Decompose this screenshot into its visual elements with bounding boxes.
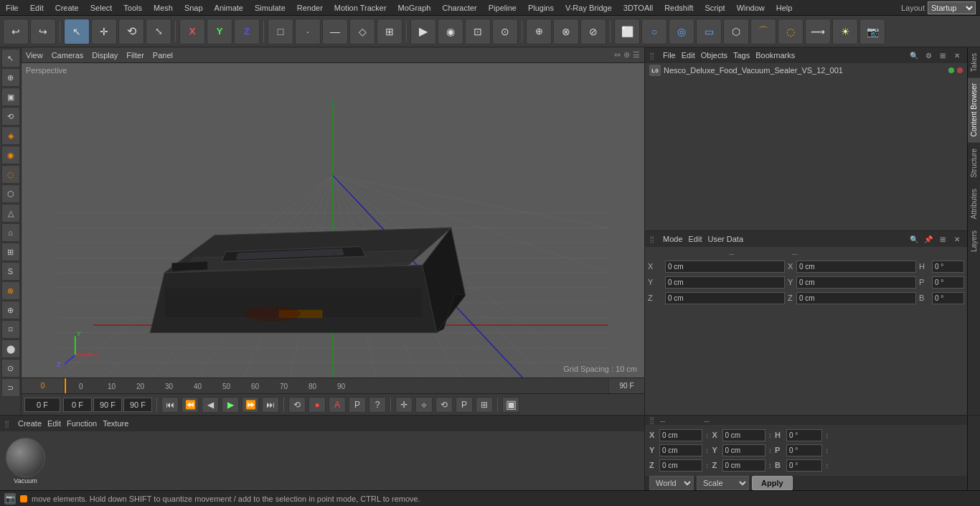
menu-file[interactable]: File [0, 2, 24, 14]
om-close-icon[interactable]: ✕ [951, 50, 963, 61]
sidebar-tool-1[interactable]: ↖ [1, 49, 20, 67]
sequence-button[interactable]: ▣ [502, 397, 519, 413]
coords-p-input[interactable] [786, 444, 822, 456]
point-mode-button[interactable]: · [295, 19, 321, 44]
attr-y-input[interactable] [665, 276, 785, 289]
vtab-attributes[interactable]: Attributes [968, 183, 980, 225]
move-playback-button[interactable]: ✛ [395, 397, 413, 413]
coords-z-size-input[interactable] [722, 459, 765, 472]
polygon-tool-button[interactable]: ⬡ [723, 19, 749, 44]
apply-button[interactable]: Apply [752, 476, 793, 490]
coords-h-input[interactable] [786, 429, 822, 441]
attr-menu-edit[interactable]: Edit [689, 235, 702, 243]
sidebar-tool-11[interactable]: ⊞ [1, 243, 20, 261]
vtab-takes[interactable]: Takes [968, 47, 980, 78]
sidebar-tool-12[interactable]: S [1, 262, 20, 281]
cursor-tool-button[interactable]: ↖ [64, 19, 90, 44]
menu-character[interactable]: Character [436, 2, 482, 14]
spline-tool-button[interactable]: ⌒ [750, 19, 776, 44]
step-forward-button[interactable]: ⏩ [242, 397, 259, 413]
menu-motion-tracker[interactable]: Motion Tracker [329, 2, 392, 14]
attr-p-input[interactable] [932, 276, 964, 289]
play-button[interactable]: ▶ [222, 397, 239, 413]
poly-mode-button[interactable]: ◇ [349, 19, 375, 44]
timeline-ruler[interactable]: 0 0 10 20 30 40 50 60 70 80 90 90 F [22, 378, 644, 393]
menu-select[interactable]: Select [85, 2, 118, 14]
sidebar-tool-2[interactable]: ⊕ [1, 68, 20, 87]
light-tool-button[interactable]: ☀ [832, 19, 858, 44]
menu-animate[interactable]: Animate [209, 2, 249, 14]
loop-button[interactable]: ⟲ [288, 397, 306, 413]
coords-b-input[interactable] [786, 459, 822, 472]
coords-z-pos-input[interactable] [659, 459, 702, 472]
viewport-menu-view[interactable]: View [26, 51, 43, 60]
sphere-primitive-button[interactable]: ○ [641, 19, 667, 44]
uv-mode-button[interactable]: ⊞ [377, 19, 402, 44]
rotate-tool-button[interactable]: ⟲ [118, 19, 144, 44]
attr-menu-userdata[interactable]: User Data [708, 235, 744, 243]
undo-button[interactable]: ↩ [3, 19, 29, 44]
render-view-button[interactable]: ▶ [410, 19, 436, 44]
world-select[interactable]: World Object Local [649, 476, 694, 490]
sidebar-tool-18[interactable]: ⊃ [1, 378, 20, 397]
sidebar-tool-9[interactable]: △ [1, 204, 20, 222]
sidebar-tool-16[interactable]: ⬤ [1, 339, 20, 358]
preview-end-input[interactable] [93, 398, 122, 412]
attr-b-input[interactable] [932, 292, 964, 304]
om-menu-tags[interactable]: Tags [733, 51, 750, 60]
sidebar-tool-15[interactable]: ⌑ [1, 320, 20, 339]
cube-primitive-button[interactable]: ⬜ [614, 19, 640, 44]
viewport-arrows-icon[interactable]: ⊕ [623, 50, 630, 60]
render-all-button[interactable]: ⊡ [465, 19, 491, 44]
play-back-button[interactable]: ◀ [202, 397, 219, 413]
cylinder-primitive-button[interactable]: ◎ [669, 19, 694, 44]
render-settings-button[interactable]: ⊙ [492, 19, 518, 44]
axis-y-button[interactable]: Y [207, 19, 232, 44]
om-menu-file[interactable]: File [663, 51, 676, 60]
menu-vray[interactable]: V-Ray Bridge [560, 2, 618, 14]
viewport-menu-icon[interactable]: ☰ [633, 50, 640, 60]
axis-z-button[interactable]: Z [234, 19, 260, 44]
mat-menu-texture[interactable]: Texture [103, 419, 128, 428]
menu-render[interactable]: Render [291, 2, 329, 14]
help-button[interactable]: ? [369, 397, 386, 413]
attr-close-icon[interactable]: ✕ [951, 233, 963, 245]
snap-2d-button[interactable]: ⊗ [553, 19, 579, 44]
scale-tool-button[interactable]: ⤡ [146, 19, 171, 44]
timeline-cursor[interactable] [65, 378, 66, 393]
attr-z2-input[interactable] [796, 292, 916, 304]
attr-x-input[interactable] [665, 261, 785, 273]
layout-dropdown[interactable]: Startup Standard [928, 1, 976, 14]
record-button[interactable]: ● [308, 397, 326, 413]
sidebar-tool-17[interactable]: ⊙ [1, 359, 20, 378]
viewport-menu-filter[interactable]: Filter [126, 51, 143, 60]
attr-search-icon[interactable]: 🔍 [908, 233, 920, 245]
attr-expand-icon[interactable]: ⊞ [937, 233, 948, 245]
axis-x-button[interactable]: X [179, 19, 205, 44]
menu-simulate[interactable]: Simulate [249, 2, 291, 14]
nurbs-tool-button[interactable]: ◌ [778, 19, 804, 44]
menu-window[interactable]: Window [731, 2, 771, 14]
scale-select[interactable]: Scale Size Absolute [697, 476, 749, 490]
menu-create[interactable]: Create [50, 2, 85, 14]
sidebar-tool-14[interactable]: ⊕ [1, 301, 20, 319]
rotate-playback-button[interactable]: ⟲ [435, 397, 453, 413]
step-back-button[interactable]: ⏪ [182, 397, 199, 413]
menu-script[interactable]: Script [699, 2, 731, 14]
attr-h-input[interactable] [932, 261, 964, 273]
attr-y2-input[interactable] [796, 276, 916, 289]
viewport-menu-cameras[interactable]: Cameras [52, 51, 84, 60]
timeline-track[interactable]: 0 10 20 30 40 50 60 70 80 90 [65, 378, 608, 393]
menu-help[interactable]: Help [771, 2, 798, 14]
menu-mograph[interactable]: MoGraph [392, 2, 437, 14]
object-visibility-dot[interactable] [948, 67, 954, 73]
om-menu-edit[interactable]: Edit [682, 51, 695, 60]
snap-free-button[interactable]: ⊘ [580, 19, 606, 44]
go-to-end-button[interactable]: ⏭ [262, 397, 279, 413]
snap-none-button[interactable]: ⊕ [526, 19, 552, 44]
menu-pipeline[interactable]: Pipeline [483, 2, 522, 14]
auto-key-button[interactable]: A [329, 397, 346, 413]
viewport-menu-panel[interactable]: Panel [153, 51, 173, 60]
mat-menu-function[interactable]: Function [67, 419, 97, 428]
vtab-layers[interactable]: Layers [968, 225, 980, 258]
